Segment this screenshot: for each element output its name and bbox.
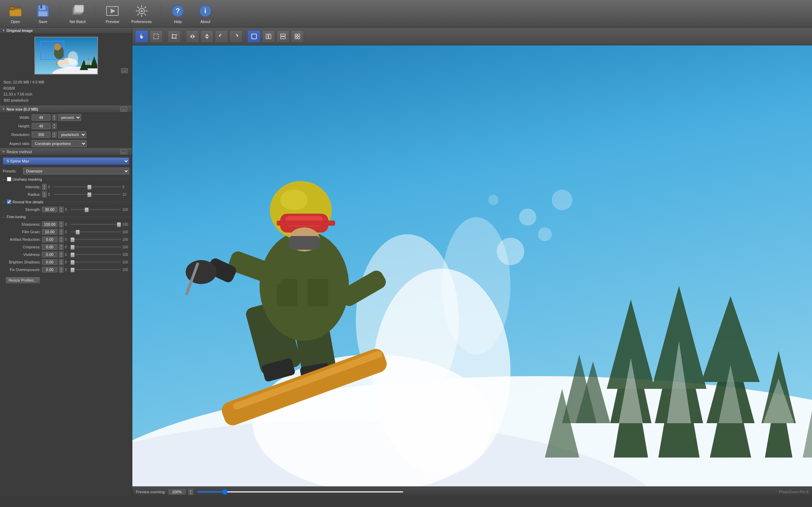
brighten-up[interactable]: ▲ (59, 259, 64, 262)
width-input[interactable] (32, 114, 51, 121)
rotate-ccw-button[interactable] (215, 30, 228, 43)
fix-overexposure-track[interactable] (70, 269, 121, 270)
view-both-button[interactable] (291, 30, 304, 43)
strength-up[interactable]: ▲ (59, 206, 64, 210)
brighten-track[interactable] (70, 261, 121, 263)
unsharp-checkbox[interactable] (7, 177, 11, 181)
aspect-ratio-select[interactable]: Constrain proportions Free (32, 140, 87, 147)
film-grain-thumb[interactable] (76, 230, 80, 235)
artifact-input[interactable] (42, 237, 57, 242)
zoom-down[interactable]: ▼ (188, 492, 193, 495)
resize-method-header[interactable]: ▼ Resize method ... (0, 148, 132, 156)
artifact-track[interactable] (70, 239, 121, 240)
vividness-down[interactable]: ▼ (59, 255, 64, 258)
sharpness-down[interactable]: ▼ (59, 224, 64, 227)
height-up-btn[interactable]: ▲ (52, 123, 57, 126)
crop-tool-button[interactable] (168, 30, 181, 43)
rotate-cw-button[interactable] (229, 30, 242, 43)
artifact-down[interactable]: ▼ (59, 239, 64, 243)
intensity-thumb[interactable] (87, 185, 91, 190)
svg-rect-51 (266, 34, 268, 39)
radius-thumb[interactable] (87, 192, 91, 197)
zoom-input[interactable] (168, 489, 186, 495)
res-up-btn[interactable]: ▲ (52, 132, 57, 135)
res-down-btn[interactable]: ▼ (52, 135, 57, 138)
resolution-unit-select[interactable]: pixels/inch pixels/cm (58, 131, 86, 138)
vividness-up[interactable]: ▲ (59, 251, 64, 255)
crispness-up[interactable]: ▲ (59, 244, 64, 247)
film-grain-input[interactable] (42, 229, 57, 235)
original-image-header[interactable]: ▼ Original Image (0, 27, 132, 34)
presets-select[interactable]: Downsize Upsize Custom (23, 168, 129, 174)
about-icon: i (198, 4, 212, 18)
preview-canvas[interactable] (132, 45, 812, 486)
film-grain-track[interactable] (70, 231, 121, 233)
flip-v-button[interactable] (200, 30, 213, 43)
view-split-v-button[interactable] (276, 30, 289, 43)
height-input[interactable] (32, 123, 51, 129)
about-button[interactable]: i About (193, 2, 217, 25)
crispness-max: 100 (122, 245, 129, 249)
preferences-button[interactable]: Preferences (128, 2, 155, 25)
fix-overexposure-thumb[interactable] (70, 268, 75, 272)
strength-input[interactable] (42, 207, 57, 212)
new-size-header[interactable]: ▼ New size (5.3 MB) ... (0, 105, 132, 113)
open-button[interactable]: Open (3, 2, 28, 25)
preview-button[interactable]: Preview (100, 2, 124, 25)
brighten-input[interactable] (42, 259, 57, 265)
view-split-h-button[interactable] (262, 30, 275, 43)
height-down-btn[interactable]: ▼ (52, 126, 57, 129)
resize-method-select[interactable]: S-Spline Max S-Spline XL S-Spline Lanczo… (3, 157, 129, 165)
crispness-input[interactable] (42, 244, 57, 250)
brighten-down[interactable]: ▼ (59, 262, 64, 265)
strength-track[interactable] (70, 209, 121, 210)
thumbnail-options-button[interactable]: ... (121, 68, 128, 73)
new-size-options-button[interactable]: ... (120, 106, 127, 112)
vividness-input[interactable] (42, 252, 57, 257)
film-grain-down[interactable]: ▼ (59, 232, 64, 235)
sharpness-up[interactable]: ▲ (59, 221, 64, 224)
crispness-thumb[interactable] (70, 245, 75, 250)
help-button[interactable]: ? Help (166, 2, 190, 25)
crispness-down[interactable]: ▼ (59, 247, 64, 250)
zoom-slider[interactable] (197, 491, 404, 493)
flip-h-button[interactable] (186, 30, 199, 43)
radius-track[interactable] (53, 194, 121, 195)
vividness-min: 0 (65, 253, 69, 257)
intensity-up[interactable]: ▲ (42, 184, 47, 187)
width-down-btn[interactable]: ▼ (52, 117, 57, 121)
artifact-up[interactable]: ▲ (59, 236, 64, 239)
resize-profiles-button[interactable]: Resize Profiles... (6, 277, 40, 284)
fix-overexposure-up[interactable]: ▲ (59, 267, 64, 270)
vividness-track[interactable] (70, 254, 121, 255)
radius-up[interactable]: ▲ (42, 191, 47, 194)
fix-overexposure-input[interactable] (42, 267, 57, 272)
new-batch-button[interactable]: Nel Batch (66, 2, 90, 25)
resize-method-options-button[interactable]: ... (120, 149, 127, 154)
sharpness-track[interactable] (70, 224, 121, 225)
resolution: 300 pixels/inch (3, 98, 129, 104)
thumbnail-selector[interactable] (40, 41, 64, 60)
sharpness-thumb[interactable] (117, 222, 121, 227)
film-grain-up[interactable]: ▲ (59, 229, 64, 232)
unit-select[interactable]: percent pixels inches cm (58, 114, 81, 121)
intensity-down[interactable]: ▼ (42, 187, 47, 190)
view-single-button[interactable] (248, 30, 261, 43)
crispness-track[interactable] (70, 246, 121, 248)
hand-tool-button[interactable] (135, 30, 148, 43)
vividness-thumb[interactable] (70, 252, 75, 257)
reveal-checkbox[interactable] (7, 200, 11, 204)
save-button[interactable]: Save (31, 2, 55, 25)
fix-overexposure-down[interactable]: ▼ (59, 270, 64, 273)
brighten-thumb[interactable] (70, 260, 75, 265)
intensity-track[interactable] (53, 186, 121, 188)
zoom-up[interactable]: ▲ (188, 489, 193, 492)
width-up-btn[interactable]: ▲ (52, 114, 57, 117)
radius-down[interactable]: ▼ (42, 194, 47, 198)
strength-down[interactable]: ▼ (59, 210, 64, 213)
sharpness-input[interactable] (42, 222, 57, 227)
marquee-tool-button[interactable] (150, 30, 163, 43)
artifact-thumb[interactable] (70, 237, 75, 242)
strength-thumb[interactable] (85, 207, 89, 212)
resolution-input[interactable] (32, 132, 51, 138)
